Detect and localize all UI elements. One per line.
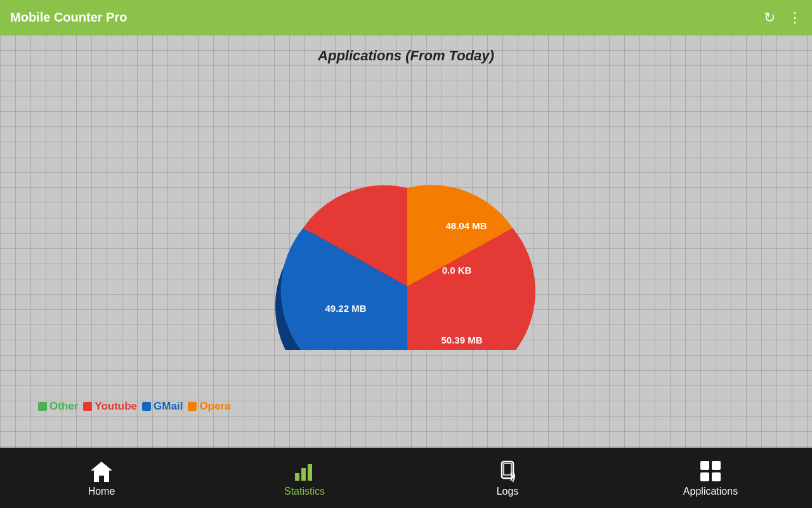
- menu-icon[interactable]: ⋮: [788, 10, 802, 26]
- svg-rect-8: [700, 472, 709, 481]
- legend-label-gmail: GMail: [154, 400, 183, 413]
- legend-dot-opera: [188, 402, 197, 411]
- legend-youtube: Youtube: [83, 400, 137, 413]
- svg-rect-2: [301, 468, 306, 481]
- chart-legend: Other Youtube GMail Opera: [38, 400, 231, 413]
- opera-label: 48.04 MB: [445, 220, 487, 231]
- home-icon: [89, 459, 114, 483]
- svg-rect-1: [295, 473, 299, 481]
- gmail-label: 49.22 MB: [325, 303, 366, 314]
- nav-item-logs[interactable]: Logs: [457, 459, 558, 497]
- nav-item-applications[interactable]: Applications: [660, 459, 761, 497]
- youtube-label: 50.39 MB: [441, 335, 482, 345]
- svg-rect-7: [712, 461, 721, 470]
- nav-label-statistics: Statistics: [284, 486, 325, 497]
- logs-icon: [495, 459, 520, 483]
- nav-label-applications: Applications: [683, 486, 738, 497]
- nav-label-logs: Logs: [497, 486, 519, 497]
- nav-item-home[interactable]: Home: [51, 459, 152, 497]
- svg-rect-6: [700, 461, 709, 470]
- top-bar: Mobile Counter Pro ↻ ⋮: [0, 0, 812, 35]
- topbar-actions: ↻ ⋮: [764, 10, 802, 26]
- legend-label-other: Other: [49, 400, 78, 413]
- legend-label-youtube: Youtube: [95, 400, 137, 413]
- other-label: 0.0 KB: [442, 265, 472, 276]
- applications-icon: [698, 459, 723, 483]
- legend-label-opera: Opera: [199, 400, 230, 413]
- refresh-icon[interactable]: ↻: [764, 10, 775, 26]
- main-content: Applications (From Today): [0, 35, 812, 448]
- svg-rect-3: [308, 464, 312, 481]
- chart-title: Applications (From Today): [318, 48, 494, 64]
- app-title: Mobile Counter Pro: [10, 10, 127, 25]
- nav-item-statistics[interactable]: Statistics: [254, 459, 355, 497]
- legend-dot-gmail: [142, 402, 151, 411]
- legend-other: Other: [38, 400, 78, 413]
- bottom-nav-bar: Home Statistics Logs Applications: [0, 448, 812, 508]
- pie-chart-container: 48.04 MB 0.0 KB 50.39 MB 49.22 MB: [247, 77, 565, 369]
- legend-dot-other: [38, 402, 47, 411]
- svg-rect-9: [712, 472, 721, 481]
- svg-marker-0: [91, 462, 112, 482]
- legend-dot-youtube: [83, 402, 92, 411]
- statistics-icon: [292, 459, 317, 483]
- legend-gmail: GMail: [142, 400, 183, 413]
- nav-label-home: Home: [88, 486, 115, 497]
- legend-opera: Opera: [188, 400, 230, 413]
- pie-chart: 48.04 MB 0.0 KB 50.39 MB 49.22 MB: [247, 77, 565, 350]
- svg-rect-5: [504, 464, 511, 475]
